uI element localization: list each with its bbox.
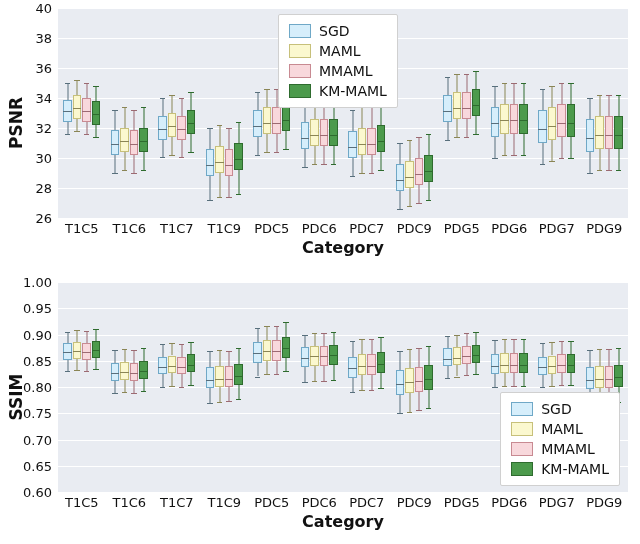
whisker xyxy=(552,86,553,107)
ytick-label: 0.60 xyxy=(23,485,52,500)
whisker xyxy=(504,339,505,354)
whisker-cap xyxy=(492,387,498,388)
whisker xyxy=(333,332,334,345)
whisker xyxy=(618,348,619,365)
whisker-cap xyxy=(397,413,403,414)
whisker xyxy=(314,146,315,164)
box xyxy=(557,104,566,137)
whisker xyxy=(181,374,182,387)
box xyxy=(263,340,272,361)
whisker-cap xyxy=(540,387,546,388)
whisker-cap xyxy=(93,329,99,330)
xtick-label: PDG9 xyxy=(586,221,622,236)
whisker-cap xyxy=(549,161,555,162)
box xyxy=(491,107,500,137)
box xyxy=(320,346,329,366)
whisker xyxy=(476,71,477,89)
box xyxy=(130,130,139,156)
whisker xyxy=(447,122,448,140)
legend-label: MAML xyxy=(541,419,583,439)
whisker xyxy=(514,373,515,386)
whisker-cap xyxy=(559,83,565,84)
whisker-cap xyxy=(131,173,137,174)
whisker xyxy=(172,373,173,386)
box xyxy=(424,155,433,182)
whisker-cap xyxy=(93,86,99,87)
whisker xyxy=(172,343,173,356)
box xyxy=(519,104,528,134)
whisker xyxy=(191,92,192,110)
whisker-cap xyxy=(131,350,137,351)
whisker-cap xyxy=(122,392,128,393)
whisker xyxy=(67,332,68,343)
ytick-label: 26 xyxy=(35,211,52,226)
whisker xyxy=(219,350,220,366)
whisker-cap xyxy=(521,155,527,156)
whisker-cap xyxy=(274,326,280,327)
whisker xyxy=(229,351,230,366)
whisker-cap xyxy=(521,386,527,387)
whisker-cap xyxy=(179,98,185,99)
whisker-cap xyxy=(407,206,413,207)
box xyxy=(187,110,196,134)
whisker xyxy=(457,119,458,137)
gridline xyxy=(58,282,628,283)
whisker-cap xyxy=(331,164,337,165)
box xyxy=(548,356,557,375)
box xyxy=(367,354,376,375)
box xyxy=(215,366,224,387)
whisker xyxy=(77,80,78,95)
whisker xyxy=(371,155,372,173)
whisker xyxy=(86,360,87,372)
whisker xyxy=(609,149,610,170)
whisker xyxy=(134,381,135,394)
legend-label: MMAML xyxy=(541,439,595,459)
xtick-label: PDC6 xyxy=(302,495,337,510)
whisker xyxy=(590,350,591,367)
whisker xyxy=(267,89,268,107)
whisker xyxy=(571,83,572,104)
whisker xyxy=(466,119,467,137)
whisker-cap xyxy=(350,392,356,393)
ylabel-psnr: PSNR xyxy=(6,97,26,149)
swatch-icon xyxy=(511,402,533,416)
whisker-cap xyxy=(464,375,470,376)
whisker-cap xyxy=(160,387,166,388)
box xyxy=(177,357,186,375)
whisker-cap xyxy=(74,370,80,371)
whisker-cap xyxy=(122,170,128,171)
whisker-cap xyxy=(502,339,508,340)
whisker-cap xyxy=(473,374,479,375)
whisker xyxy=(352,341,353,357)
box xyxy=(206,367,215,388)
box xyxy=(472,345,481,363)
whisker xyxy=(305,335,306,348)
whisker-cap xyxy=(93,369,99,370)
whisker-cap xyxy=(312,164,318,165)
whisker-cap xyxy=(65,134,71,135)
whisker-cap xyxy=(407,412,413,413)
box xyxy=(614,365,623,387)
whisker-cap xyxy=(302,382,308,383)
box xyxy=(538,110,547,143)
whisker-cap xyxy=(226,351,232,352)
box xyxy=(510,104,519,134)
whisker-cap xyxy=(188,385,194,386)
gridline xyxy=(58,218,628,219)
whisker xyxy=(400,143,401,164)
figure: 2628303234363840T1C5T1C6T1C7T1C9PDC5PDC6… xyxy=(0,0,640,544)
whisker xyxy=(457,74,458,92)
ytick-label: 0.65 xyxy=(23,458,52,473)
whisker xyxy=(409,393,410,412)
legend-label: SGD xyxy=(541,399,572,419)
whisker xyxy=(504,134,505,155)
whisker xyxy=(124,107,125,128)
whisker-cap xyxy=(492,158,498,159)
box xyxy=(158,357,167,375)
whisker xyxy=(286,358,287,372)
whisker-cap xyxy=(587,173,593,174)
whisker xyxy=(618,149,619,170)
whisker xyxy=(381,152,382,170)
whisker xyxy=(552,374,553,386)
ytick-label: 28 xyxy=(35,181,52,196)
